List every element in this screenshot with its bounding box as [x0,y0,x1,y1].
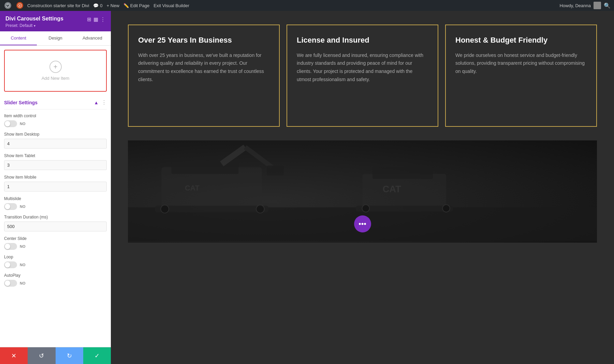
wp-logo-icon[interactable] [3,1,12,10]
center-slide-toggle-label: NO [20,244,26,248]
transition-duration-label: Transition Duration (ms) [4,215,107,219]
machinery-section: CAT CAT ••• [128,140,597,243]
card-1-title: License and Insured [297,35,428,45]
slider-settings-section: Slider Settings ▲ ⋮ Item width control N… [0,96,111,291]
setting-autoplay: AutoPlay NO [4,273,107,287]
show-item-desktop-label: Show item Desktop [4,132,107,137]
chat-bubble-button[interactable]: ••• [354,215,371,232]
loop-toggle[interactable] [4,261,17,268]
center-slide-label: Center Slide [4,236,107,241]
card-2: Honest & Budget Friendly We pride oursel… [445,25,597,127]
svg-text:CAT: CAT [185,184,200,192]
loop-toggle-label: NO [20,263,26,267]
bottom-toolbar: ✕ ↺ ↻ ✓ [0,347,111,364]
svg-rect-7 [155,206,269,213]
autoplay-toggle-row: NO [4,280,107,287]
svg-rect-6 [267,166,284,176]
card-0-title: Over 25 Years In Business [138,35,269,45]
svg-rect-10 [363,174,447,211]
settings-tabs: Content Design Advanced [0,31,111,46]
setting-item-width-control: Item width control NO [4,113,107,127]
cancel-button[interactable]: ✕ [0,347,28,364]
save-button[interactable]: ✓ [83,347,111,364]
exit-builder-link[interactable]: Exit Visual Builder [154,3,189,8]
item-width-toggle-row: NO [4,120,107,127]
main-layout: Divi Carousel Settings ⊞ ▦ ⋮ Preset: Def… [0,11,614,364]
svg-text:CAT: CAT [382,184,401,194]
card-2-body: We pride ourselves on honest service and… [455,51,587,76]
new-content-button[interactable]: + New [107,3,119,8]
add-new-item-button[interactable]: + Add New Item [9,55,102,87]
preset-selector[interactable]: Preset: Default [5,23,105,28]
layout-icon[interactable]: ▦ [93,16,98,22]
loop-label: Loop [4,255,107,259]
more-settings-icon[interactable]: ⋮ [101,99,107,106]
edit-page-link[interactable]: ✏️ Edit Page [123,3,149,8]
tab-design[interactable]: Design [37,31,74,45]
show-item-mobile-input[interactable] [4,182,107,192]
card-1: License and Insured We are fully license… [287,25,438,127]
multislide-toggle[interactable] [4,203,17,210]
collapse-icon[interactable]: ▲ [94,100,99,105]
autoplay-label: AutoPlay [4,273,107,278]
panel-header: Divi Carousel Settings ⊞ ▦ ⋮ Preset: Def… [0,11,111,31]
item-width-control-label: Item width control [4,113,107,118]
svg-rect-12 [356,206,453,212]
redo-button[interactable]: ↻ [56,347,83,364]
left-panel: Divi Carousel Settings ⊞ ▦ ⋮ Preset: Def… [0,11,111,364]
panel-title: Divi Carousel Settings [5,16,63,22]
multislide-toggle-row: NO [4,203,107,210]
svg-line-5 [245,147,272,167]
comments-link[interactable]: 💬 0 [93,3,102,8]
loop-toggle-row: NO [4,261,107,268]
responsive-icon[interactable]: ⊞ [87,16,91,22]
slider-settings-actions: ▲ ⋮ [94,99,107,106]
svg-point-9 [256,205,264,213]
card-1-body: We are fully licensed and insured, ensur… [297,51,428,84]
setting-transition-duration: Transition Duration (ms) [4,215,107,231]
howdy-greeting: Howdy, Deanna [559,3,591,8]
setting-show-item-desktop: Show item Desktop [4,132,107,149]
setting-center-slide: Center Slide NO [4,236,107,250]
svg-point-14 [442,205,450,212]
tab-content[interactable]: Content [0,31,37,45]
site-name[interactable]: Construction starter site for Divi [27,3,89,8]
multislide-toggle-label: NO [20,204,26,209]
center-slide-toggle-row: NO [4,243,107,250]
transition-duration-input[interactable] [4,222,107,231]
slider-settings-header: Slider Settings ▲ ⋮ [4,96,107,109]
svg-point-13 [362,205,370,212]
multislide-label: Multislide [4,196,107,201]
item-width-toggle[interactable] [4,120,17,127]
card-0: Over 25 Years In Business With over 25 y… [128,25,280,127]
svg-rect-11 [372,167,433,179]
card-0-body: With over 25 years in business, we've bu… [138,51,269,84]
user-avatar[interactable] [594,2,601,9]
admin-bar-right: Howdy, Deanna 🔍 [559,2,611,9]
panel-top-row: Divi Carousel Settings ⊞ ▦ ⋮ [5,16,105,23]
panel-header-icons: ⊞ ▦ ⋮ [87,16,105,22]
content-area: Over 25 Years In Business With over 25 y… [111,11,614,364]
search-icon[interactable]: 🔍 [604,2,611,9]
show-item-tablet-input[interactable] [4,160,107,170]
add-new-item-label: Add New Item [42,76,70,81]
undo-button[interactable]: ↺ [28,347,55,364]
more-options-icon[interactable]: ⋮ [100,16,105,22]
card-2-title: Honest & Budget Friendly [455,35,587,45]
setting-multislide: Multislide NO [4,196,107,210]
cards-section: Over 25 Years In Business With over 25 y… [111,11,614,140]
show-item-tablet-label: Show item Tablet [4,153,107,158]
site-icon[interactable] [16,2,23,9]
setting-loop: Loop NO [4,255,107,268]
show-item-desktop-input[interactable] [4,139,107,149]
setting-show-item-tablet: Show item Tablet [4,153,107,170]
item-width-toggle-label: NO [20,122,26,126]
slider-settings-title: Slider Settings [4,100,38,105]
autoplay-toggle[interactable] [4,280,17,287]
add-new-item-wrapper: + Add New Item [4,50,107,92]
center-slide-toggle[interactable] [4,243,17,250]
setting-show-item-mobile: Show item Mobile [4,175,107,192]
tab-advanced[interactable]: Advanced [74,31,111,45]
svg-point-8 [161,205,169,213]
add-item-circle-icon: + [49,61,62,73]
